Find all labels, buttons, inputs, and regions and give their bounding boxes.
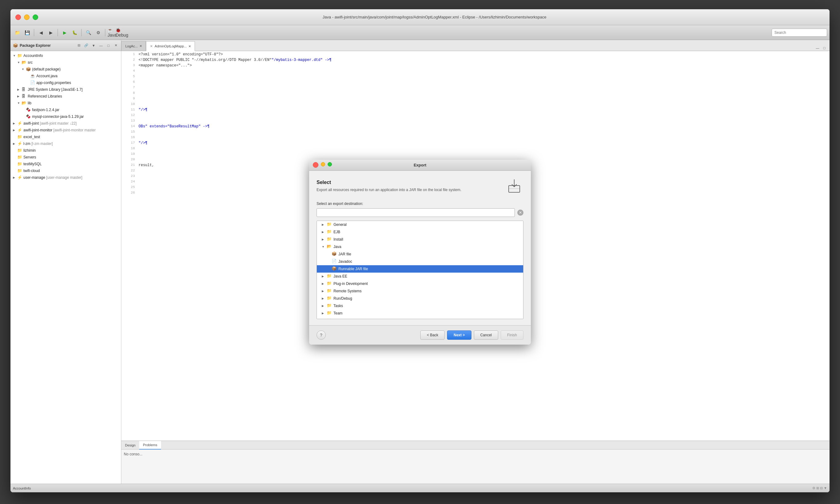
minimize-button[interactable] <box>24 15 30 20</box>
toolbar-file-btn[interactable]: 📁 <box>13 28 21 37</box>
minimize-panel-btn[interactable]: — <box>98 43 104 48</box>
tree-javadoc[interactable]: 📄 Javadoc <box>317 258 523 265</box>
tree-web[interactable]: ▼ 📂 Web <box>317 317 523 319</box>
window-title: Java - awifi-joint/src/main/java/com/joi… <box>44 15 825 19</box>
package-explorer-title: Package Explorer <box>20 43 74 48</box>
tree-item-user-manage[interactable]: ▶ ⚡ user-manage [user-manage master] <box>11 174 121 181</box>
toolbar-java-btn[interactable]: ☕ Java <box>108 28 117 37</box>
tree-item-fastjson[interactable]: 🍫 fastjson-1.2.4.jar <box>11 106 121 113</box>
toolbar-save-btn[interactable]: 💾 <box>23 28 31 37</box>
modal-body: Select Export all resources required to … <box>309 171 531 325</box>
editor-tab-logac-close[interactable]: ✕ <box>139 44 142 48</box>
toolbar-run-btn[interactable]: ▶ <box>60 28 69 37</box>
status-icons: ⚙ ⊞ ⊟ ▼ <box>812 486 827 490</box>
code-line-17: 17 "/>¶ <box>121 141 829 146</box>
tree-item-lizhimin[interactable]: 📁 lizhimin <box>11 147 121 154</box>
collapse-all-btn[interactable]: ⊟ <box>76 43 82 48</box>
tree-team[interactable]: ▶ 📁 Team <box>317 309 523 317</box>
modal-titlebar: Export <box>309 160 531 171</box>
tree-item-account-java[interactable]: ☕ Account.java <box>11 73 121 79</box>
export-icon <box>505 177 523 195</box>
tree-jar-file[interactable]: 📦 JAR file <box>317 250 523 258</box>
package-explorer-header: 📦 Package Explorer ⊟ 🔗 ▼ — □ ✕ <box>11 40 121 51</box>
modal-header-section: Select Export all resources required to … <box>317 177 523 195</box>
toolbar-sep-2 <box>57 29 58 36</box>
tree-item-default-package[interactable]: ▼ 📦 (default package) <box>11 66 121 73</box>
toolbar-back-btn[interactable]: ◀ <box>37 28 45 37</box>
modal-close-btn[interactable] <box>313 162 318 168</box>
toolbar-sep-1 <box>34 29 34 36</box>
tree-run-debug[interactable]: ▶ 📁 Run/Debug <box>317 295 523 302</box>
code-line-12: 12 <box>121 113 829 119</box>
tree-item-lib[interactable]: ▼ 📂 lib <box>11 100 121 106</box>
modal-traffic-lights <box>313 162 332 168</box>
modal-section-title: Select <box>317 180 500 185</box>
finish-button[interactable]: Finish <box>501 330 523 340</box>
editor-tab-logac[interactable]: LogAc... ✕ <box>121 41 146 51</box>
toolbar-debug-btn[interactable]: 🐛 <box>70 28 79 37</box>
bottom-tab-problems[interactable]: Problems <box>139 441 161 450</box>
tree-java[interactable]: ▼ 📂 Java <box>317 243 523 250</box>
tree-remote-systems[interactable]: ▶ 📁 Remote Systems <box>317 287 523 295</box>
bottom-tab-design[interactable]: Design <box>121 441 139 450</box>
tree-item-src[interactable]: ▼ 📂 src <box>11 59 121 66</box>
tree-tasks[interactable]: ▶ 📁 Tasks <box>317 302 523 309</box>
tree-item-testmysql[interactable]: 📁 testMySQL <box>11 161 121 167</box>
modal-maximize-btn[interactable] <box>328 162 332 166</box>
close-panel-btn[interactable]: ✕ <box>113 43 119 48</box>
editor-tab-adminoptlog-close[interactable]: ✕ <box>189 44 191 48</box>
tree-general[interactable]: ▶ 📁 General <box>317 221 523 228</box>
cancel-button[interactable]: Cancel <box>474 330 498 340</box>
tree-item-awifi-joint[interactable]: ▶ ⚡ awifi-joint [awifi-joint master ↓22] <box>11 120 121 127</box>
bottom-panel: Design Problems No conso... <box>121 440 829 484</box>
tree-item-accountinfo[interactable]: ▼ 📁 AccountInfo <box>11 52 121 59</box>
tree-item-jre[interactable]: ▶ 🗄 JRE System Library [JavaSE-1.7] <box>11 86 121 93</box>
modal-minimize-btn[interactable] <box>321 162 325 166</box>
tree-item-excel-test[interactable]: 📁 excel_test <box>11 133 121 140</box>
tree-item-lzm[interactable]: ▶ ⚡ l-zm [l-zm master] <box>11 140 121 147</box>
status-text: AccountInfo <box>13 486 31 490</box>
code-line-6: 6 <box>121 80 829 86</box>
search-clear-btn[interactable]: ✕ <box>517 210 523 216</box>
toolbar-debug-perspective-btn[interactable]: 🐞 Debug <box>118 28 126 37</box>
tree-item-app-config[interactable]: 📄 app-config.properties <box>11 79 121 86</box>
toolbar-sep-3 <box>81 29 82 36</box>
code-line-16: 16 <box>121 136 829 141</box>
code-line-18: 18 <box>121 146 829 152</box>
problems-label: No conso... <box>124 452 143 456</box>
tree-item-ref-libs[interactable]: ▶ 🗄 Referenced Libraries <box>11 93 121 100</box>
maximize-panel-btn[interactable]: □ <box>106 43 111 48</box>
toolbar-forward-btn[interactable]: ▶ <box>47 28 55 37</box>
editor-tab-adminoptlog[interactable]: ✕ AdminOptLogMapp... ✕ <box>146 41 195 51</box>
toolbar-settings-btn[interactable]: ⚙ <box>94 28 103 37</box>
close-button[interactable] <box>15 15 21 20</box>
code-line-3: 3 <mapper namespace="..."> <box>121 64 829 69</box>
view-menu-btn[interactable]: ▼ <box>91 43 97 48</box>
export-dialog: Export Select Export all resources requi… <box>309 160 531 345</box>
next-button[interactable]: Next > <box>447 330 471 340</box>
tree-plugin-dev[interactable]: ▶ 📁 Plug-in Development <box>317 280 523 287</box>
tree-java-ee[interactable]: ▶ 📁 Java EE <box>317 273 523 280</box>
editor-maximize-btn[interactable]: □ <box>822 45 827 51</box>
maximize-button[interactable] <box>33 15 38 20</box>
status-bar: AccountInfo ⚙ ⊞ ⊟ ▼ <box>11 484 829 492</box>
tree-item-mysql-jar[interactable]: 🍫 mysql-connector-java-5.1.29.jar <box>11 113 121 120</box>
link-with-editor-btn[interactable]: 🔗 <box>84 43 89 48</box>
editor-tabs: LogAc... ✕ ✕ AdminOptLogMapp... ✕ — □ <box>121 40 829 51</box>
help-button[interactable]: ? <box>317 330 326 340</box>
tree-ejb[interactable]: ▶ 📁 EJB <box>317 228 523 236</box>
tree-install[interactable]: ▶ 📁 Install <box>317 236 523 243</box>
toolbar-search-btn[interactable]: 🔍 <box>84 28 93 37</box>
tree-item-twifi-cloud[interactable]: 📁 twifi-cloud <box>11 167 121 174</box>
destination-search-input[interactable] <box>317 208 515 217</box>
export-tree: ▶ 📁 General ▶ 📁 EJB ▶ 📁 Install <box>317 221 523 319</box>
toolbar-search-input[interactable] <box>772 29 827 37</box>
editor-minimize-btn[interactable]: — <box>815 45 820 51</box>
title-bar: Java - awifi-joint/src/main/java/com/joi… <box>11 9 829 25</box>
editor-tab-logac-label: LogAc... <box>125 44 138 48</box>
code-line-13: 13 <box>121 119 829 124</box>
tree-runnable-jar[interactable]: 📦 Runnable JAR file <box>317 265 523 273</box>
tree-item-awifi-monitor[interactable]: ▶ ⚡ awifi-joint-monitor [awifi-joint-mon… <box>11 127 121 133</box>
tree-item-servers[interactable]: 📁 Servers <box>11 154 121 161</box>
back-button[interactable]: < Back <box>420 330 444 340</box>
